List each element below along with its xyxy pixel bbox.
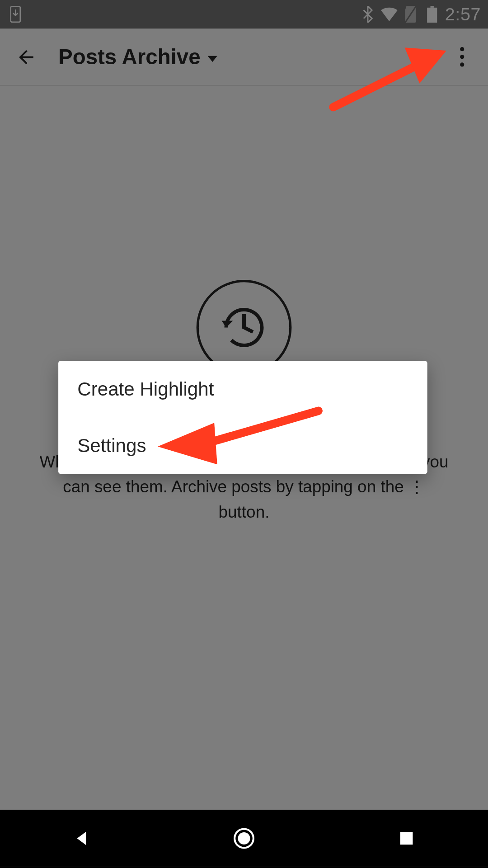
nav-recents-button[interactable]	[392, 824, 422, 854]
wifi-icon	[380, 6, 397, 23]
menu-item-settings[interactable]: Settings	[58, 417, 427, 474]
svg-point-9	[238, 832, 250, 844]
menu-item-label: Create Highlight	[77, 378, 214, 400]
page-title: Posts Archive	[58, 44, 200, 69]
system-nav-bar	[0, 810, 488, 867]
bluetooth-icon	[359, 6, 376, 23]
svg-rect-10	[400, 832, 413, 845]
overflow-menu-button[interactable]	[447, 42, 476, 71]
triangle-back-icon	[72, 830, 90, 848]
nav-home-button[interactable]	[229, 824, 259, 854]
menu-item-label: Settings	[77, 434, 146, 457]
dropdown-caret-icon	[207, 56, 217, 61]
back-button[interactable]	[12, 42, 40, 71]
overflow-popup-menu: Create Highlight Settings	[58, 361, 427, 474]
more-vert-icon	[460, 47, 464, 51]
battery-icon	[423, 6, 440, 23]
no-sim-icon	[402, 6, 419, 23]
nav-back-button[interactable]	[66, 824, 96, 854]
circle-home-icon	[233, 827, 255, 849]
square-recents-icon	[399, 830, 415, 847]
arrow-left-icon	[15, 46, 37, 67]
app-bar: Posts Archive	[0, 28, 488, 85]
svg-rect-3	[430, 6, 433, 8]
counterclockwise-icon	[217, 301, 271, 354]
menu-item-create-highlight[interactable]: Create Highlight	[58, 361, 427, 417]
archive-type-selector[interactable]: Posts Archive	[58, 44, 217, 69]
download-notification-icon	[7, 6, 24, 23]
status-bar: 2:57	[0, 0, 488, 28]
svg-rect-2	[427, 8, 437, 23]
status-time: 2:57	[445, 4, 481, 24]
